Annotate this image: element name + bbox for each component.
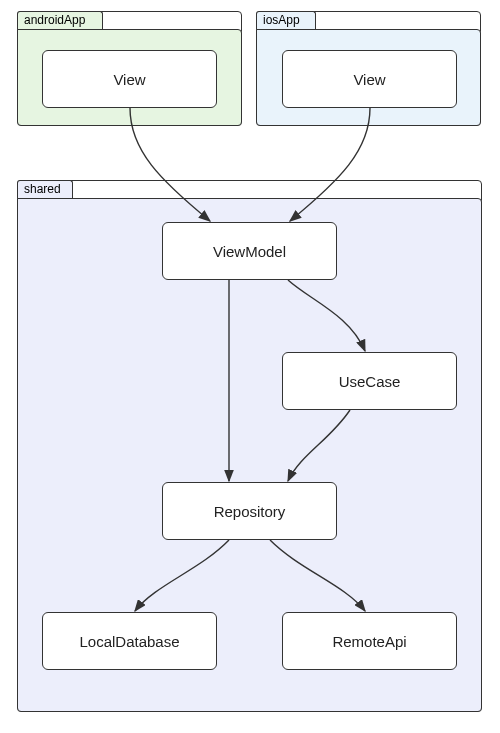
- node-viewmodel-label: ViewModel: [213, 243, 286, 260]
- node-remoteapi: RemoteApi: [282, 612, 457, 670]
- node-android-view-label: View: [113, 71, 145, 88]
- node-usecase-label: UseCase: [339, 373, 401, 390]
- node-ios-view: View: [282, 50, 457, 108]
- container-android-label: androidApp: [24, 13, 85, 27]
- node-ios-view-label: View: [353, 71, 385, 88]
- node-android-view: View: [42, 50, 217, 108]
- container-ios-label: iosApp: [263, 13, 300, 27]
- node-localdatabase: LocalDatabase: [42, 612, 217, 670]
- node-repository-label: Repository: [214, 503, 286, 520]
- container-shared-tab: shared: [17, 180, 73, 198]
- node-remoteapi-label: RemoteApi: [332, 633, 406, 650]
- container-ios-tab: iosApp: [256, 11, 316, 29]
- node-localdatabase-label: LocalDatabase: [79, 633, 179, 650]
- node-repository: Repository: [162, 482, 337, 540]
- node-usecase: UseCase: [282, 352, 457, 410]
- container-shared-label: shared: [24, 182, 61, 196]
- container-android-tab: androidApp: [17, 11, 103, 29]
- node-viewmodel: ViewModel: [162, 222, 337, 280]
